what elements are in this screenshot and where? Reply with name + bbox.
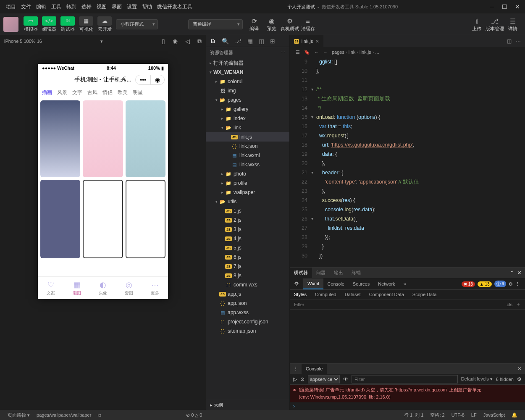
tabbar-item[interactable]: ▦潮图 <box>73 280 81 296</box>
capsule-menu[interactable]: •••◉ <box>135 75 165 85</box>
tree-item-photo[interactable]: ▸📁photo <box>206 169 289 178</box>
clear-cache-button[interactable]: ≡清缓存 <box>299 15 317 34</box>
forward-icon[interactable]: → <box>323 50 328 55</box>
menu-文件[interactable]: 文件 <box>18 4 34 10</box>
tree-item-pages[interactable]: ▾📂pages <box>206 95 289 105</box>
extension-icon[interactable]: ▦ <box>247 38 253 45</box>
close-icon[interactable]: ✕ <box>517 270 522 276</box>
project-root[interactable]: ▾WX_WENAN <box>206 68 289 77</box>
console-filter-input[interactable] <box>352 375 458 383</box>
tree-item-link.js[interactable]: JSlink.js <box>206 132 289 142</box>
styles-sub-tab[interactable]: Computed <box>311 292 341 297</box>
close-tab-icon[interactable]: ✕ <box>315 39 319 44</box>
menu-选择[interactable]: 选择 <box>79 4 94 10</box>
devtools-tab-Sources[interactable]: Sources <box>349 278 374 289</box>
thumbnail[interactable] <box>126 180 165 258</box>
minimize-icon[interactable]: ─ <box>490 3 494 10</box>
language[interactable]: JavaScript <box>480 412 508 417</box>
menu-设置[interactable]: 设置 <box>124 4 139 10</box>
tree-item-link.wxss[interactable]: ▤link.wxss <box>206 160 289 169</box>
cat-tab[interactable]: 文字 <box>72 89 82 96</box>
eye-icon[interactable]: 👁 <box>343 376 348 382</box>
more-tabs-icon[interactable]: » <box>401 281 409 287</box>
gear-icon[interactable]: ⚙ <box>509 281 513 287</box>
tree-item-link[interactable]: ▾📂link <box>206 123 289 132</box>
tree-item-2.js[interactable]: JS2.js <box>206 215 289 225</box>
devtools-tab-Console[interactable]: Console <box>323 278 349 289</box>
tree-item-project.config.json[interactable]: { }project.config.json <box>206 317 289 326</box>
warning-count[interactable]: ▲ 13 <box>478 281 492 287</box>
styles-sub-tab[interactable]: Dataset <box>341 292 365 297</box>
preview-button[interactable]: ◉预览 <box>263 15 281 34</box>
thumbnail[interactable] <box>40 100 80 177</box>
error-count[interactable]: ✖ 13 <box>462 281 475 287</box>
tree-item-index[interactable]: ▸📁index <box>206 114 289 123</box>
encoding[interactable]: UTF-8 <box>448 412 468 417</box>
dbg-top-tab[interactable]: 问题 <box>312 268 330 278</box>
dbg-top-tab[interactable]: 输出 <box>330 268 347 278</box>
branch-icon[interactable]: ⎇ <box>235 38 242 45</box>
styles-sub-tab[interactable]: Component Data <box>365 292 408 297</box>
cat-tab[interactable]: 风景 <box>57 89 67 96</box>
menu-转到[interactable]: 转到 <box>64 4 79 10</box>
menu-帮助[interactable]: 帮助 <box>139 4 155 10</box>
thumbnail[interactable] <box>83 180 123 258</box>
breadcrumb[interactable]: ☰ 🔖 ← → pages › link › link.js › ... <box>290 47 525 57</box>
category-tabs[interactable]: 插画风景文字古风情侣欧美明星 <box>38 87 168 98</box>
thumbnail[interactable] <box>40 180 80 258</box>
stop-icon[interactable]: ▷ <box>293 376 297 382</box>
log-levels-dropdown[interactable]: Default levels ▾ <box>461 376 493 382</box>
menu-工具[interactable]: 工具 <box>49 4 64 10</box>
styles-sub-tab[interactable]: Styles <box>290 292 311 297</box>
clear-icon[interactable]: ⊘ <box>300 376 304 382</box>
cloud-button[interactable]: ☁云开发 <box>96 15 113 34</box>
close-icon[interactable]: ✕ <box>515 3 520 10</box>
ext2-icon[interactable]: ◫ <box>259 38 264 45</box>
simulator-button[interactable]: ▭模拟器 <box>22 15 39 34</box>
more-icon[interactable]: ⋯ <box>516 38 521 44</box>
tree-item-wallpaper[interactable]: ▸📁wallpaper <box>206 188 289 197</box>
upload-button[interactable]: ⇧上传 <box>468 15 486 34</box>
cat-tab[interactable]: 插画 <box>42 89 52 96</box>
route-path[interactable]: pages/wallpaper/wallpaper <box>33 412 94 417</box>
open-editors-section[interactable]: ▸打开的编辑器 <box>206 58 289 68</box>
device-label[interactable]: iPhone 5 100% 16 <box>4 39 42 44</box>
tree-item-colorui[interactable]: ▸📁colorui <box>206 77 289 86</box>
thumbnail[interactable] <box>126 100 165 177</box>
gear-icon[interactable]: ⚙ <box>517 376 522 382</box>
tree-item-img[interactable]: 🖼img <box>206 86 289 95</box>
ext3-icon[interactable]: ⊞ <box>270 38 275 45</box>
device-icon[interactable]: ▯ <box>162 38 165 45</box>
tree-item-gallery[interactable]: ▸📁gallery <box>206 105 289 114</box>
diagnostics[interactable]: ⊘ 0 △ 0 <box>183 412 205 418</box>
console-tab[interactable]: Console <box>302 364 327 374</box>
menu-界面[interactable]: 界面 <box>109 4 124 10</box>
code-editor[interactable]: 9101112▾131415▾161718192021▾2223242526▾2… <box>290 57 525 267</box>
styles-filter-input[interactable] <box>294 302 506 307</box>
split-icon[interactable]: ◫ <box>507 38 512 44</box>
hidden-count[interactable]: 6 hidden <box>496 377 514 382</box>
mute-icon[interactable]: ◁ <box>185 38 190 45</box>
record-icon[interactable]: ◉ <box>173 38 178 45</box>
file-tab-link-js[interactable]: JSlink.js✕ <box>290 35 324 47</box>
tree-item-5.js[interactable]: JS5.js <box>206 243 289 252</box>
files-icon[interactable]: 🗎 <box>210 38 216 45</box>
devtools-tab-Network[interactable]: Network <box>374 278 399 289</box>
tabbar-item[interactable]: ◎套图 <box>125 280 133 296</box>
tree-item-utils[interactable]: ▾📂utils <box>206 197 289 206</box>
tree-item-link.json[interactable]: { }link.json <box>206 142 289 151</box>
close-console-icon[interactable]: ✕ <box>514 366 525 372</box>
more-icon[interactable]: ⋯ <box>281 50 285 56</box>
eol[interactable]: LF <box>468 412 480 417</box>
tree-item-4.js[interactable]: JS4.js <box>206 234 289 243</box>
bookmark-icon[interactable]: 🔖 <box>304 50 310 55</box>
maximize-icon[interactable]: ☐ <box>502 3 507 10</box>
cursor-pos[interactable]: 行 1, 列 1 <box>401 412 427 418</box>
add-icon[interactable]: ＋ <box>516 301 521 308</box>
styles-sub-tab[interactable]: Scope Data <box>408 292 441 297</box>
tree-item-profile[interactable]: ▸📁profile <box>206 178 289 188</box>
menu-微信开发者工具[interactable]: 微信开发者工具 <box>155 4 195 10</box>
inspect-icon[interactable]: ⯐ <box>291 281 302 287</box>
tree-item-app.json[interactable]: { }app.json <box>206 299 289 308</box>
menu-编辑[interactable]: 编辑 <box>34 4 49 10</box>
